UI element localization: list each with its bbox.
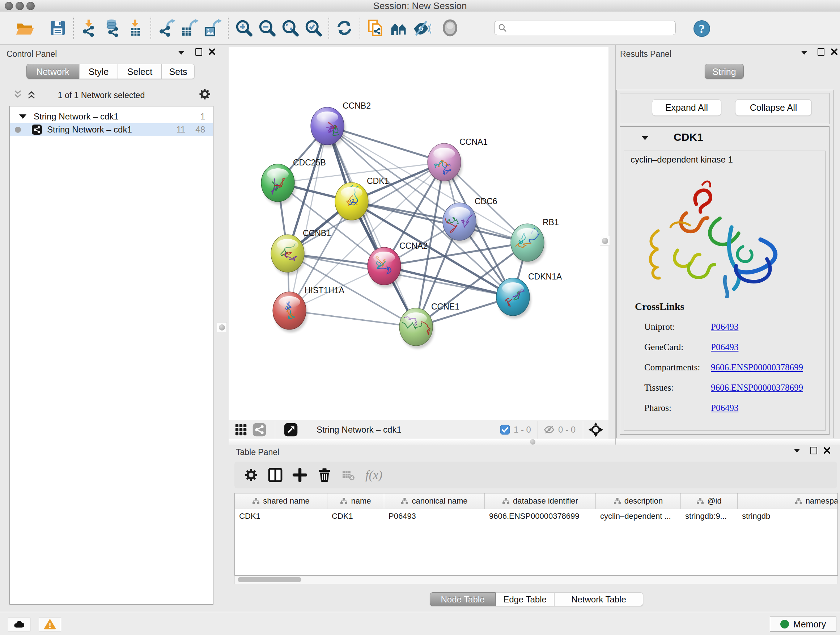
table-cell[interactable]: cyclin–dependent ...	[596, 509, 681, 524]
cloud-status-button[interactable]	[8, 618, 30, 631]
clone-network-button[interactable]	[364, 16, 387, 40]
share-view-icon[interactable]	[253, 423, 266, 437]
zoom-selected-button[interactable]	[302, 16, 325, 40]
zoom-in-button[interactable]	[232, 16, 256, 40]
collapse-all-button[interactable]: Collapse All	[735, 99, 812, 116]
crosslink-link[interactable]: P06493	[711, 322, 738, 332]
node-table[interactable]: shared namenamecanonical namedatabase id…	[234, 493, 838, 576]
toolbar-separator	[360, 17, 360, 39]
horizontal-splitter-grip[interactable]	[530, 439, 535, 445]
hidden-count: 0 - 0	[558, 424, 576, 435]
right-splitter-grip[interactable]	[600, 236, 610, 246]
panel-close-icon[interactable]	[831, 48, 838, 55]
fit-selected-crosshair-icon[interactable]	[588, 422, 603, 437]
tab-style[interactable]: Style	[79, 64, 118, 79]
delete-table-icon	[341, 468, 355, 482]
panel-float-icon[interactable]	[810, 447, 817, 454]
zoom-out-button[interactable]	[256, 16, 279, 40]
show-columns-icon[interactable]	[268, 467, 283, 483]
tab-network[interactable]: Network	[27, 64, 79, 79]
memory-label: Memory	[793, 619, 826, 630]
tab-string[interactable]: String	[705, 64, 744, 79]
birdseye-toggle-button[interactable]	[387, 16, 410, 40]
column-attribute-icon	[340, 497, 347, 505]
birdseye-view-icon[interactable]	[284, 423, 298, 437]
create-column-plus-icon[interactable]	[292, 467, 308, 483]
warnings-button[interactable]	[39, 618, 61, 631]
column-header-sharedname[interactable]: shared name	[235, 494, 327, 509]
gene-section-caret-icon[interactable]	[642, 136, 648, 140]
search-input[interactable]	[494, 21, 676, 35]
import-network-database-button[interactable]	[101, 16, 124, 40]
tab-network-table[interactable]: Network Table	[554, 592, 643, 606]
import-network-file-button[interactable]	[77, 16, 101, 40]
scrollbar-thumb[interactable]	[238, 577, 302, 582]
collection-count: 1	[201, 111, 205, 122]
table-settings-gear-icon[interactable]	[244, 468, 258, 482]
selected-checkbox-icon[interactable]	[500, 424, 510, 435]
network-canvas[interactable]: CCNB2CCNA1CDC25BCDK1CDC6RB1CCNB1CCNA2CDK…	[229, 47, 608, 420]
crosslink-link[interactable]: P06493	[711, 403, 738, 413]
column-attribute-icon	[401, 497, 409, 505]
export-network-button[interactable]	[155, 16, 178, 40]
column-header-id[interactable]: @id	[681, 494, 737, 509]
memory-button[interactable]: Memory	[770, 616, 836, 632]
panel-close-icon[interactable]	[823, 447, 831, 454]
crosslink-link[interactable]: P06493	[711, 342, 738, 352]
network-collection-row[interactable]: String Network – cdk1 1	[10, 110, 213, 123]
crosslink-label: Tissues:	[644, 383, 711, 393]
expand-all-tree-icon[interactable]	[26, 89, 37, 100]
toolbar-separator	[150, 17, 151, 39]
network-node-hist1h1a: HIST1H1A	[273, 286, 345, 333]
left-splitter-grip[interactable]	[217, 322, 227, 333]
refresh-icon	[335, 19, 354, 37]
panel-float-icon[interactable]	[818, 48, 824, 56]
table-cell[interactable]: CDK1	[235, 509, 327, 524]
column-header-name[interactable]: name	[327, 494, 384, 509]
import-table-file-button[interactable]	[124, 16, 147, 40]
tree-expander-icon[interactable]	[19, 114, 27, 119]
hide-graphics-details-button[interactable]	[410, 16, 433, 40]
panel-menu-caret-icon[interactable]	[794, 449, 799, 453]
network-options-gear-icon[interactable]	[198, 88, 211, 101]
expand-all-button[interactable]: Expand All	[652, 99, 722, 116]
column-header-description[interactable]: description	[596, 494, 681, 509]
tab-sets[interactable]: Sets	[162, 64, 195, 79]
column-header-namespace[interactable]: namespace	[737, 494, 838, 509]
table-cell[interactable]: 9606.ENSP00000378699	[485, 509, 596, 524]
open-session-button[interactable]	[13, 16, 36, 40]
svg-text:RB1: RB1	[543, 218, 559, 227]
crosslink-link[interactable]: 9606.ENSP00000378699	[711, 383, 803, 393]
crosslink-link[interactable]: 9606.ENSP00000378699	[711, 363, 803, 372]
panel-menu-caret-icon[interactable]	[801, 51, 807, 55]
network-row-selected[interactable]: String Network – cdk1 11 48	[10, 123, 213, 136]
tab-select[interactable]: Select	[118, 64, 162, 79]
panel-close-icon[interactable]	[208, 48, 216, 55]
table-cell[interactable]: P06493	[384, 509, 485, 524]
export-table-button[interactable]	[178, 16, 201, 40]
table-cell[interactable]: CDK1	[327, 509, 384, 524]
help-button[interactable]: ?	[691, 18, 711, 38]
panel-float-icon[interactable]	[195, 48, 202, 56]
panel-menu-caret-icon[interactable]	[178, 51, 185, 55]
import-table-icon	[126, 19, 145, 37]
column-header-databaseidentifier[interactable]: database identifier	[485, 494, 596, 509]
grid-view-icon[interactable]	[234, 423, 248, 436]
table-row[interactable]: CDK1CDK1P064939606.ENSP00000378699cyclin…	[235, 509, 837, 524]
tab-edge-table[interactable]: Edge Table	[496, 592, 554, 606]
column-attribute-icon	[795, 497, 802, 505]
table-cell[interactable]: stringdb	[737, 509, 838, 524]
collapse-all-tree-icon[interactable]	[12, 89, 23, 100]
export-image-button[interactable]	[201, 16, 224, 40]
zoom-fit-button[interactable]	[279, 16, 302, 40]
delete-column-trash-icon[interactable]	[317, 467, 332, 483]
table-horizontal-scrollbar[interactable]	[234, 576, 838, 584]
column-header-canonicalname[interactable]: canonical name	[384, 494, 485, 509]
save-session-button[interactable]	[46, 16, 69, 40]
refresh-button[interactable]	[333, 16, 356, 40]
show-graphics-details-button[interactable]	[439, 16, 462, 40]
table-cell[interactable]: stringdb:9...	[681, 509, 737, 524]
crosslink-row: Uniprot:P06493	[644, 317, 818, 337]
results-buttons-box: Expand All Collapse All	[620, 93, 829, 124]
tab-node-table[interactable]: Node Table	[430, 592, 496, 606]
